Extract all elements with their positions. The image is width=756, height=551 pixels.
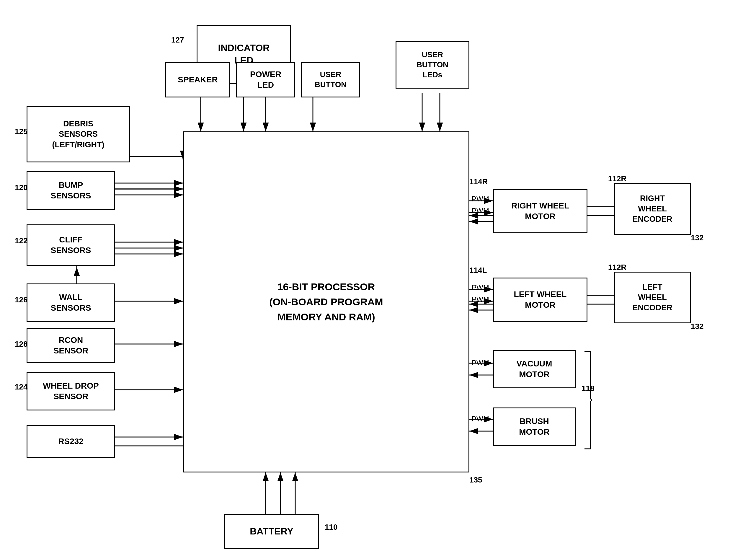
brace-118: [576, 349, 593, 452]
rs232-block: RS232: [27, 425, 115, 458]
wall-sensors-block: WALL SENSORS: [27, 284, 115, 322]
ref-120: 120: [15, 183, 27, 192]
cliff-sensors-block: CLIFF SENSORS: [27, 224, 115, 266]
power-led-block: POWER LED: [236, 62, 295, 97]
rcon-sensor-block: RCON SENSOR: [27, 328, 115, 363]
left-wheel-motor-block: LEFT WHEEL MOTOR: [493, 278, 588, 322]
ref-135: 135: [469, 475, 482, 485]
left-wheel-encoder-block: LEFT WHEEL ENCODER: [614, 271, 691, 323]
user-button-leds-block: USER BUTTON LEDs: [396, 41, 469, 89]
ref-112r-bot: 112R: [608, 263, 626, 272]
ref-126: 126: [15, 295, 27, 305]
vacuum-motor-block: VACUUM MOTOR: [493, 350, 576, 388]
pwm-label-6: PWM: [472, 415, 489, 423]
pwm-label-3: PWM: [472, 284, 489, 292]
ref-125: 125: [15, 127, 27, 136]
user-button-block: USER BUTTON: [301, 62, 360, 97]
ref-114l: 114L: [469, 266, 487, 275]
ref-112r-top: 112R: [608, 174, 626, 183]
ref-132-bot: 132: [691, 322, 703, 331]
ref-122: 122: [15, 236, 27, 245]
bump-sensors-block: BUMP SENSORS: [27, 171, 115, 210]
ref-110: 110: [325, 523, 337, 532]
right-wheel-motor-block: RIGHT WHEEL MOTOR: [493, 189, 588, 233]
debris-sensors-block: DEBRIS SENSORS (LEFT/RIGHT): [27, 106, 130, 162]
ref-127: 127: [171, 35, 184, 45]
ref-124: 124: [15, 382, 27, 392]
ref-128: 128: [15, 340, 27, 349]
speaker-block: SPEAKER: [165, 62, 230, 97]
wheel-drop-block: WHEEL DROP SENSOR: [27, 372, 115, 411]
brush-motor-block: BRUSH MOTOR: [493, 408, 576, 446]
processor-block: 16-BIT PROCESSOR (ON-BOARD PROGRAM MEMOR…: [183, 131, 469, 473]
ref-114r: 114R: [469, 177, 488, 186]
pwm-label-1: PWM: [472, 195, 489, 203]
right-wheel-encoder-block: RIGHT WHEEL ENCODER: [614, 183, 691, 235]
pwm-label-2: PWM: [472, 207, 489, 215]
battery-block: BATTERY: [224, 514, 319, 549]
ref-132-top: 132: [691, 233, 703, 242]
diagram: INDICATOR LED SPEAKER POWER LED USER BUT…: [0, 0, 756, 551]
pwm-label-5: PWM: [472, 359, 489, 367]
pwm-label-4: PWM: [472, 295, 489, 304]
